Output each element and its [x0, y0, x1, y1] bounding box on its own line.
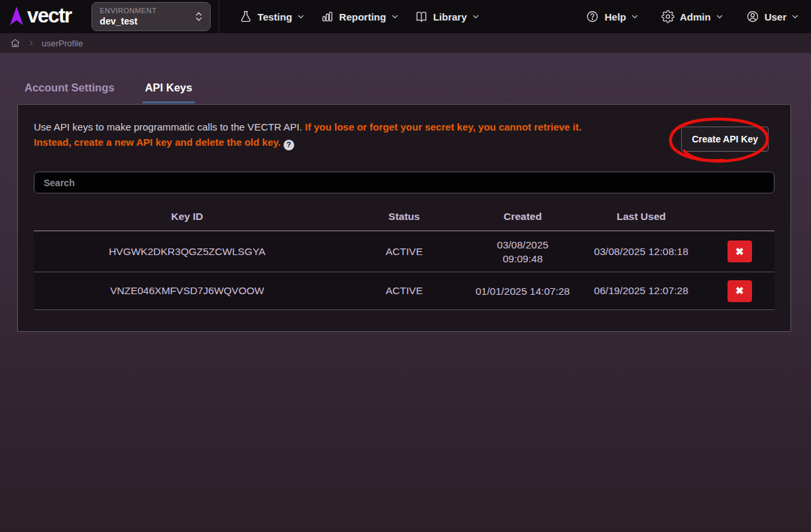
- user-circle-icon: [746, 10, 759, 23]
- create-api-key-button[interactable]: Create API Key: [681, 127, 769, 152]
- table-row: HVGWK2DKR3QGZ5ZCWLSGYA ACTIVE 03/08/2025…: [34, 231, 775, 272]
- key-id-value: HVGWK2DKR3QGZ5ZCWLSGYA: [34, 246, 341, 258]
- chevron-right-icon: [28, 40, 34, 46]
- menu-help[interactable]: Help: [586, 10, 639, 23]
- x-mark-icon: ✖: [735, 246, 744, 258]
- menu-library-label: Library: [433, 11, 467, 23]
- menu-admin-label: Admin: [680, 11, 711, 23]
- flask-icon: [239, 10, 252, 23]
- menu-testing[interactable]: Testing: [239, 10, 305, 23]
- vectr-logo[interactable]: vectr: [8, 5, 72, 28]
- created-value: 03/08/2025 09:09:48: [468, 238, 577, 266]
- main-content: Account Settings API Keys Use API keys t…: [0, 53, 811, 532]
- up-down-chevrons-icon: [194, 10, 203, 23]
- menu-user-label: User: [765, 11, 786, 23]
- chevron-down-icon: [391, 13, 399, 21]
- bar-chart-icon: [321, 10, 334, 23]
- create-api-key-area: Create API Key: [681, 127, 769, 152]
- tab-bar: Account Settings API Keys: [17, 53, 791, 103]
- api-keys-table: Key ID Status Created Last Used HVGWK2DK…: [34, 204, 775, 310]
- top-navbar: vectr ENVIRONMENT dev_test Testing Repor…: [0, 0, 811, 33]
- chevron-down-icon: [791, 13, 799, 21]
- delete-key-button[interactable]: ✖: [728, 280, 752, 302]
- menu-admin[interactable]: Admin: [661, 10, 724, 23]
- gear-icon: [661, 10, 675, 23]
- menu-testing-label: Testing: [258, 11, 292, 23]
- help-circle-icon: [586, 10, 599, 23]
- navbar-right: Help Admin User: [563, 10, 799, 23]
- brand-name: vectr: [27, 5, 72, 28]
- column-header-last-used: Last Used: [578, 211, 705, 223]
- chevron-down-icon: [472, 13, 480, 21]
- environment-label: ENVIRONMENT: [100, 7, 157, 15]
- api-keys-description: Use API keys to make programmatic calls …: [34, 119, 590, 150]
- table-header-row: Key ID Status Created Last Used: [34, 204, 775, 231]
- breadcrumb-page: userProfile: [42, 38, 83, 48]
- menu-reporting-label: Reporting: [339, 11, 386, 23]
- menu-user[interactable]: User: [746, 10, 799, 23]
- environment-value: dev_test: [100, 16, 157, 27]
- column-header-key-id: Key ID: [34, 211, 341, 223]
- navbar-divider: [219, 0, 219, 33]
- last-used-value: 06/19/2025 12:07:28: [578, 285, 705, 297]
- column-header-status: Status: [341, 211, 468, 223]
- vectr-arrow-icon: [8, 6, 25, 27]
- chevron-down-icon: [631, 13, 639, 21]
- last-used-value: 03/08/2025 12:08:18: [578, 246, 705, 258]
- chevron-down-icon: [716, 13, 724, 21]
- table-row: VNZE046XMFVSD7J6WQVOOW ACTIVE 01/01/2025…: [34, 272, 775, 310]
- book-icon: [415, 10, 428, 23]
- column-header-created: Created: [468, 209, 577, 223]
- chevron-down-icon: [297, 13, 305, 21]
- status-value: ACTIVE: [341, 285, 468, 297]
- search-input[interactable]: [34, 172, 775, 193]
- menu-reporting[interactable]: Reporting: [321, 10, 399, 23]
- breadcrumb: userProfile: [0, 33, 811, 53]
- environment-selector[interactable]: ENVIRONMENT dev_test: [91, 2, 211, 31]
- api-keys-panel: Use API keys to make programmatic calls …: [17, 104, 791, 332]
- tab-account-settings[interactable]: Account Settings: [22, 81, 117, 103]
- menu-library[interactable]: Library: [415, 10, 480, 23]
- status-value: ACTIVE: [341, 246, 468, 258]
- description-text: Use API keys to make programmatic calls …: [34, 121, 305, 133]
- home-icon[interactable]: [10, 38, 21, 48]
- key-id-value: VNZE046XMFVSD7J6WQVOOW: [34, 285, 341, 297]
- created-value: 01/01/2025 14:07:28: [468, 284, 577, 298]
- panel-header: Use API keys to make programmatic calls …: [34, 119, 775, 152]
- tab-api-keys[interactable]: API Keys: [142, 81, 195, 103]
- menu-help-label: Help: [604, 11, 626, 23]
- delete-key-button[interactable]: ✖: [728, 240, 752, 262]
- x-mark-icon: ✖: [735, 285, 744, 297]
- question-mark-icon[interactable]: ?: [284, 140, 294, 150]
